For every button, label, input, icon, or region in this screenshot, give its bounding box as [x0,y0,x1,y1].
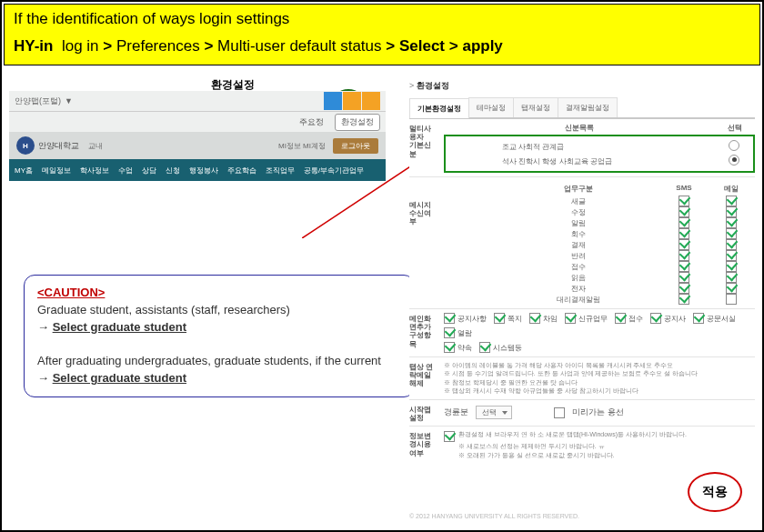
header-title: If the identification of ways login sett… [14,10,750,28]
browser-msg1: 환경설정 새 브라우저 연 하 소 새로운 탭탭(HI-Windows)등 사용… [458,430,687,438]
init-checkbox[interactable] [554,407,565,418]
menu-item[interactable]: 수업 [118,166,133,176]
caution-line1: Graduate student, assistants (staff, res… [37,303,290,316]
noti-row: 접수 [444,261,755,272]
identity-highlight-box: 조교 사회적 관계급 석사 진학시 학생 사회교육 공업급 [444,135,755,173]
browser-checkbox[interactable] [444,431,455,442]
noti-row: 결재 [444,239,755,250]
notif-icon[interactable] [343,92,361,110]
config-checkbox[interactable] [565,313,576,324]
menu-item[interactable]: 메일정보 [42,166,71,176]
main-config-item: 쪽지 [494,313,522,324]
menu-item[interactable]: MY홈 [15,166,33,176]
identity-radio[interactable] [729,155,739,166]
tab-env-settings[interactable]: 환경설정 [335,114,380,131]
config-checkbox[interactable] [529,313,540,324]
section-main-config: 메인화 면추가 구성항 목 공지사항쪽지차임신규업무접수공지사공문서실열람 약속… [409,309,755,357]
sms-checkbox[interactable] [679,294,689,305]
main-config-item: 접수 [615,313,643,324]
config-checkbox[interactable] [479,342,490,353]
path-multi: Multi-user default status [217,37,381,55]
logout-button[interactable]: 로그아웃 [333,138,378,154]
mail-icon[interactable] [362,92,380,110]
config-checkbox[interactable] [444,327,455,338]
identity-row: 조교 사회적 관계급 [451,139,748,154]
breadcrumb: > 환경설정 [409,80,755,92]
path-apply: apply [462,37,502,55]
menu-item[interactable]: 공통/부속기관업무 [304,166,364,176]
path-select: Select [399,37,445,55]
portal-topbar: 안양맵(포털) ▼ [9,91,386,112]
section-multi-user-identity: 멀티사 용자 기본신 분 신분목록 선택 조교 사회적 관계급 석사 진학시 학… [409,119,755,177]
main-config-item: 열람 [444,327,472,338]
tab-approval-noti[interactable]: 결재알림설정 [558,97,618,117]
main-config-item: 시스템등 [479,342,522,353]
caution-select-grad2: Select graduate student [53,371,186,385]
config-checkbox[interactable] [693,313,704,324]
portal-menu: MY홈 메일정보 학사정보 수업 상담 신청 행정봉사 주요학습 조직업무 공통… [9,159,386,181]
section-label-init: 시작맵 설정 [409,404,444,422]
apply-button-highlight[interactable]: 적용 [688,472,742,512]
page: If the identification of ways login sett… [0,0,764,532]
portal-screenshot: 안양맵(포털) ▼ 주요정 환경설정 H 안양대학교 교내 MI정보 MI계정 … [9,91,386,181]
main-config-item: 차임 [529,313,558,324]
tab-tab-reset[interactable]: 탭재설정 [513,97,558,117]
init-field2-label: 미리가는 용선 [572,407,624,418]
copyright-footer: © 2012 HANYANG UNIVERSITY ALL RIGHTS RES… [409,513,579,519]
section-label-main: 메인화 면추가 구성항 목 [409,313,444,353]
arrow-icon: → [37,320,49,334]
home-icon[interactable] [324,92,342,110]
col-mail: 메일 [708,184,755,194]
config-checkbox[interactable] [615,313,626,324]
section-label-message: 메시지 수신여 부 [409,181,444,226]
settings-panel: > 환경설정 기본환경설정 테마설정 탭재설정 결재알림설정 멀티사 용자 기본… [409,80,755,523]
main-config-item: 공지사 [650,313,686,324]
identity-radio[interactable] [729,140,739,151]
menu-item[interactable]: 행정봉사 [189,166,218,176]
path-hyin: HY-in [14,37,53,55]
browser-msg2: ※ 새로보스의 선정는 제제하면 두시기 바랍니다. ㅠ [444,442,755,450]
init-field1-label: 경륜분 [444,407,468,418]
portal-top-left: 안양맵(포털) [15,95,61,107]
header-path: HY-in log in > Preferences > Multi-user … [14,37,750,55]
tab-basic-settings[interactable]: 기본환경설정 [409,98,469,118]
section-label-notice: 탭상 연 락메일 해제 [409,361,444,396]
col-sms: SMS [660,184,708,194]
menu-item[interactable]: 상담 [142,166,156,176]
main-config-item: 공문서실 [693,313,736,324]
university-logo-icon: H [16,136,35,155]
menu-item[interactable]: 신청 [166,166,180,176]
notice-line: ※ 참정보 학제당시 중 필연한 요건을 탓 습니다 [444,378,755,386]
section-label-browser: 정보변 경시용 여부 [409,430,444,459]
notice-line: ※ 아이템의 레이블을 통 가격 해당 사용자 아이디 목록을 캐시시켜 주세요… [444,361,755,369]
identity-row: 석사 진학시 학생 사회교육 공업급 [451,154,748,168]
mail-checkbox[interactable] [726,294,737,305]
col-work-type: 업무구분 [497,184,660,194]
col-select: 선택 [715,123,755,133]
noti-row: 대리결재알림 [444,294,755,305]
menu-item[interactable]: 조직업무 [266,166,295,176]
section-init-tab: 시작맵 설정 경륜분 선택 미리가는 용선 [409,400,755,427]
caution-line2: After graduating undergraduates, graduat… [37,354,381,367]
tab-theme[interactable]: 테마설정 [468,97,514,117]
noti-row: 알림 [444,217,755,228]
noti-row: 반려 [444,250,755,261]
config-checkbox[interactable] [444,313,455,324]
mail-checkbox[interactable] [726,283,737,294]
notice-line: ※ 시점 등 수기업 알려드립니다. 또한 등 사업과 앞에 제공하는 보험료 … [444,369,755,377]
menu-item[interactable]: 주요학습 [227,166,256,176]
tab-main[interactable]: 주요정 [294,115,329,130]
path-pref: Preferences [116,37,200,55]
config-checkbox[interactable] [444,342,455,353]
portal-tabs: 주요정 환경설정 [9,112,386,132]
apply-label: 적용 [702,484,728,500]
noti-row: 읽음 [444,272,755,283]
config-checkbox[interactable] [650,313,661,324]
config-checkbox[interactable] [494,313,505,324]
settings-tabs: 기본환경설정 테마설정 탭재설정 결재알림설정 [409,97,755,119]
main-config-item: 약속 [444,342,472,353]
menu-item[interactable]: 학사정보 [80,166,109,176]
portal-right-links[interactable]: MI정보 MI계정 [278,141,326,151]
section-label-identity: 멀티사 용자 기본신 분 [409,123,444,173]
init-select[interactable]: 선택 [476,406,512,419]
